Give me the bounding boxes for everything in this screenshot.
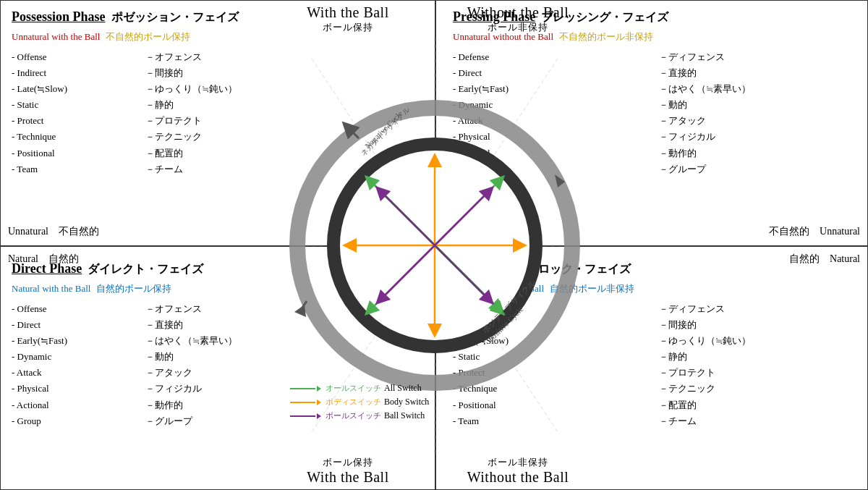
legend-all-switch-en: All Switch [384, 383, 422, 394]
possession-items-en: - Offense - Indirect - Late(≒Slow) - Sta… [12, 49, 138, 177]
legend: オールスイッチ All Switch ボディスイッチ Body Switch ボ… [290, 383, 429, 424]
direct-title-en: Direct Phase [12, 261, 82, 276]
block-items-jp: －ディフェンス －間接的 －ゆっくり（≒鈍い） －静的 －プロテクト －テクニッ… [659, 301, 858, 429]
direct-items-jp: －オフェンス －直接的 －はやく（≒素早い） －動的 －アタック －フィジカル … [145, 301, 272, 429]
legend-ball-switch-en: Ball Switch [384, 410, 425, 421]
direct-phase-panel: Direct Phase ダイレクト・フェイズ Natural with the… [1, 253, 283, 490]
direct-title-jp: ダイレクト・フェイズ [88, 262, 203, 277]
legend-ball-switch: ボールスイッチ Ball Switch [290, 410, 429, 421]
possession-subtitle-en: Unnatural with the Ball [12, 31, 100, 43]
legend-all-switch-jp: オールスイッチ [326, 383, 381, 394]
legend-body-switch-en: Body Switch [384, 397, 429, 407]
legend-body-switch-jp: ボディスイッチ [326, 397, 381, 407]
legend-body-switch: ボディスイッチ Body Switch [290, 397, 429, 407]
svg-marker-23 [294, 305, 306, 317]
legend-ball-switch-jp: ボールスイッチ [326, 410, 381, 421]
main-container: With the Ball ボール保持 Without the Ball ボール… [0, 0, 868, 490]
possession-subtitle-jp: 不自然的ボール保持 [106, 30, 190, 43]
direct-items-en: - Offense - Direct - Early(≒Fast) - Dyna… [12, 301, 138, 429]
pressing-items-jp: －ディフェンス －直接的 －はやく（≒素早い） －動的 －アタック －フィジカル… [659, 49, 858, 177]
possession-title-en: Possession Phase [12, 9, 106, 25]
direct-subtitle-en: Natural with the Ball [12, 283, 90, 295]
possession-phase-panel: Possession Phase ポゼッション・フェイズ Unnatural w… [1, 1, 283, 245]
possession-title-jp: ポゼッション・フェイズ [111, 10, 239, 25]
direct-subtitle-jp: 自然的ボール保持 [96, 282, 171, 295]
possession-items-jp: －オフェンス －間接的 －ゆっくり（≒鈍い） －静的 －プロテクト －テクニック… [145, 49, 272, 177]
legend-all-switch: オールスイッチ All Switch [290, 383, 429, 394]
